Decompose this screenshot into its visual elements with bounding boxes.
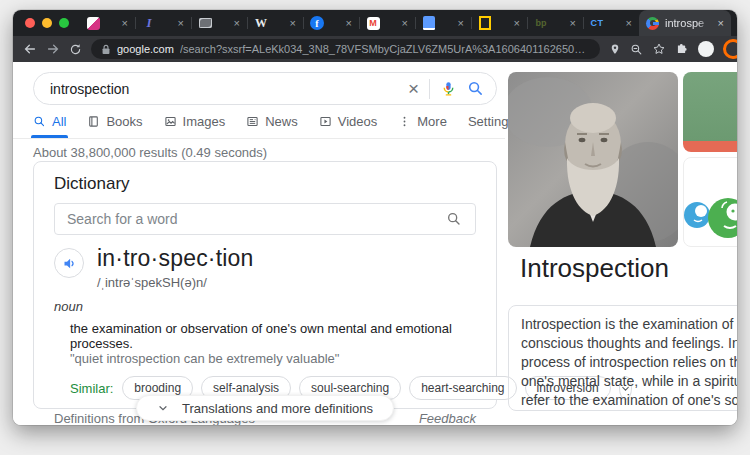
search-submit-icon[interactable]	[467, 80, 484, 97]
part-of-speech: noun	[54, 299, 476, 314]
tab-active-introspection[interactable]: introspe ×	[639, 10, 731, 36]
browser-toolbar: google.com /search?sxsrf=ALeKk034_3N8_78…	[13, 36, 737, 62]
location-icon[interactable]	[609, 43, 621, 56]
knowledge-panel-images	[508, 72, 737, 247]
yellow-frame-favicon-icon	[479, 16, 491, 30]
similar-label: Similar:	[70, 381, 113, 396]
bookmark-star-icon[interactable]	[652, 42, 666, 56]
document-favicon-icon	[423, 16, 435, 30]
news-icon	[246, 115, 259, 128]
tab-close-icon[interactable]: ×	[122, 18, 128, 29]
knowledge-panel-description: Introspection is the examination of one'…	[521, 315, 737, 410]
tab-facebook[interactable]: f ×	[303, 10, 359, 36]
photo-app-favicon-icon	[87, 17, 100, 30]
gray-favicon-icon	[199, 18, 212, 28]
dictionary-card: Dictionary in·tro·spec·tion /ˌintrəˈspek…	[33, 161, 497, 409]
search-query[interactable]: introspection	[50, 81, 398, 97]
tab-strip: × I × × W × f × M × × × bp	[13, 10, 737, 36]
active-tab-label: introspe	[665, 17, 712, 29]
portrait-photo[interactable]	[508, 72, 678, 247]
tab-photo-app[interactable]: ×	[79, 10, 135, 36]
italic-i-favicon-icon: I	[142, 16, 156, 30]
word-search-icon[interactable]	[433, 204, 475, 234]
window-controls	[13, 10, 79, 36]
profile-ring-icon[interactable]	[723, 39, 737, 59]
image-icon	[164, 115, 177, 128]
result-type-tabs: All Books Images News Videos More	[33, 110, 499, 136]
lock-icon	[101, 44, 111, 55]
book-icon	[87, 115, 100, 128]
search-icon	[33, 115, 46, 128]
tab-news[interactable]: News	[246, 110, 298, 132]
bp-favicon-icon: bp	[534, 16, 548, 30]
definition-text: the examination or observation of one's …	[70, 321, 476, 351]
gmail-favicon-icon: M	[367, 17, 380, 30]
usage-example: "quiet introspection can be extremely va…	[70, 351, 476, 367]
divider	[13, 138, 505, 139]
address-bar[interactable]: google.com /search?sxsrf=ALeKk034_3N8_78…	[91, 39, 600, 59]
tab-ct[interactable]: CT ×	[583, 10, 639, 36]
translations-expander-button[interactable]: Translations and more definitions	[136, 395, 394, 421]
close-window-button[interactable]	[25, 18, 35, 28]
tab-close-icon[interactable]: ×	[626, 18, 632, 29]
dictionary-title: Dictionary	[54, 174, 476, 194]
tab-gray-site[interactable]: ×	[191, 10, 247, 36]
headword-row: in·tro·spec·tion /ˌintrəˈspekSH(ə)n/	[54, 245, 476, 290]
tab-bp[interactable]: bp ×	[527, 10, 583, 36]
tab-close-icon[interactable]: ×	[402, 18, 408, 29]
tab-close-icon[interactable]: ×	[346, 18, 352, 29]
chevron-down-icon	[157, 402, 169, 414]
tab-books[interactable]: Books	[87, 110, 142, 132]
tab-more[interactable]: More	[398, 110, 447, 132]
green-thumbnail[interactable]	[683, 72, 737, 152]
tab-italic-i[interactable]: I ×	[135, 10, 191, 36]
pronounce-speaker-icon[interactable]	[54, 248, 84, 278]
tab-close-icon[interactable]: ×	[178, 18, 184, 29]
phonetic-spelling: /ˌintrəˈspekSH(ə)n/	[97, 275, 254, 290]
reload-icon[interactable]	[69, 43, 82, 56]
browser-window: × I × × W × f × M × × × bp	[13, 10, 737, 425]
tab-close-icon[interactable]: ×	[290, 18, 296, 29]
tab-images[interactable]: Images	[164, 110, 226, 132]
tab-close-icon[interactable]: ×	[458, 18, 464, 29]
talking-heads-thumbnail[interactable]	[683, 157, 737, 247]
similar-chip[interactable]: heart-searching	[409, 376, 516, 400]
result-stats: About 38,800,000 results (0.49 seconds)	[33, 145, 267, 160]
wikipedia-favicon-icon: W	[254, 16, 268, 30]
google-search-box[interactable]: introspection ×	[33, 72, 497, 105]
divider	[429, 79, 430, 99]
word-search-input[interactable]	[55, 211, 433, 227]
google-favicon-icon	[646, 17, 659, 30]
tab-close-icon[interactable]: ×	[570, 18, 576, 29]
url-path: /search?sxsrf=ALeKk034_3N8_78VFSMbyCjaZL…	[180, 43, 590, 55]
tab-natgeo[interactable]: ×	[471, 10, 527, 36]
tab-docs[interactable]: ×	[415, 10, 471, 36]
knowledge-panel-title: Introspection	[520, 253, 669, 284]
zoom-out-icon[interactable]	[630, 43, 643, 56]
back-icon[interactable]	[23, 42, 37, 56]
clear-search-icon[interactable]: ×	[408, 79, 419, 98]
feedback-link[interactable]: Feedback	[419, 411, 476, 425]
ct-favicon-icon: CT	[590, 16, 604, 30]
tab-close-icon[interactable]: ×	[234, 18, 240, 29]
facebook-favicon-icon: f	[310, 16, 324, 30]
minimize-window-button[interactable]	[42, 18, 52, 28]
more-dots-icon	[398, 115, 411, 128]
word-search-box	[54, 203, 476, 235]
tab-gmail[interactable]: M ×	[359, 10, 415, 36]
extensions-puzzle-icon[interactable]	[675, 42, 689, 56]
tab-wikipedia[interactable]: W ×	[247, 10, 303, 36]
tab-close-icon[interactable]: ×	[718, 18, 724, 29]
knowledge-panel-thumbs	[683, 72, 737, 247]
zoom-window-button[interactable]	[59, 18, 69, 28]
avatar[interactable]	[698, 41, 714, 57]
voice-search-icon[interactable]	[440, 80, 457, 97]
url-host: google.com	[117, 43, 174, 55]
tab-videos[interactable]: Videos	[319, 110, 378, 132]
forward-icon[interactable]	[46, 42, 60, 56]
tab-close-icon[interactable]: ×	[514, 18, 520, 29]
video-icon	[319, 115, 332, 128]
headword: in·tro·spec·tion	[97, 245, 254, 272]
serp-page: introspection × All	[13, 62, 737, 425]
tab-all[interactable]: All	[33, 110, 66, 132]
